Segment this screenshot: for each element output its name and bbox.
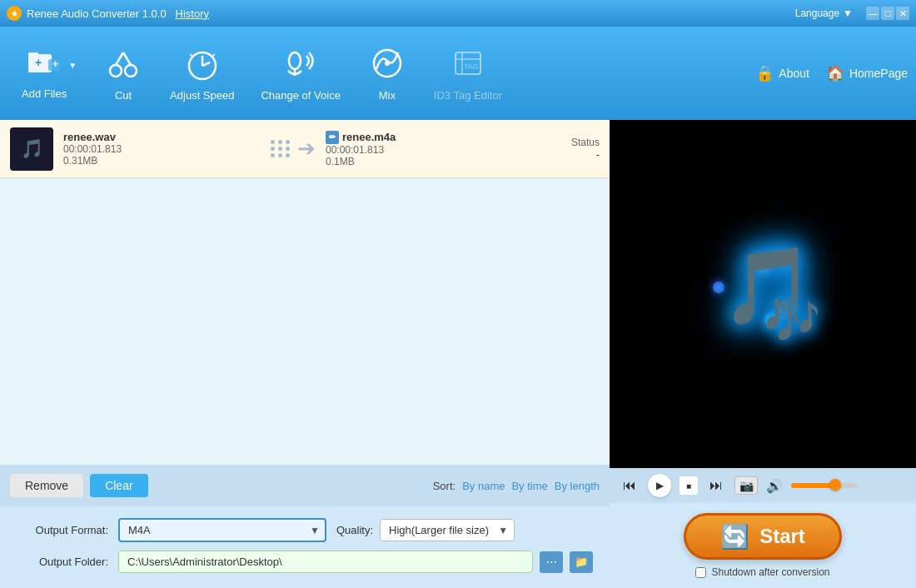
skip-forward-button[interactable]: ⏭ [706,476,726,495]
file-output-info: ✏ renee.m4a 00:00:01.813 0.1MB [326,131,523,167]
app-logo: ★ [7,6,22,21]
preview-area: 🎵 🎶 [610,120,916,468]
sort-area: Sort: By name By time By length [433,480,600,492]
start-section: 🔄 Start Shutdown after conversion [610,503,916,588]
minimize-button[interactable]: — [866,7,879,20]
remove-button[interactable]: Remove [10,474,83,497]
window-controls[interactable]: — □ ✕ [866,7,909,20]
mix-icon [368,46,406,86]
sort-by-name[interactable]: By name [462,480,505,492]
shutdown-label: Shutdown after conversion [711,566,829,578]
sort-by-length[interactable]: By length [555,480,600,492]
adjust-speed-icon [183,46,222,86]
titlebar: ★ Renee Audio Converter 1.0.0 History La… [0,0,916,27]
bottom-settings: Output Format: M4A MP3 WAV AAC OGG FLAC … [0,506,610,581]
source-filename: renee.wav [63,131,261,143]
table-row: 🎵 renee.wav 00:00:01.813 0.31MB ➔ [0,120,610,178]
start-label: Start [759,525,805,548]
svg-point-5 [110,65,122,77]
about-button[interactable]: 🔒 About [755,64,809,82]
language-button[interactable]: Language ▼ [795,7,853,19]
arrow-dots [271,140,291,157]
play-button[interactable]: ▶ [648,474,671,497]
cut-icon [106,46,141,86]
output-size: 0.1MB [326,156,523,167]
svg-point-17 [385,61,390,66]
music-note-visual: 🎵 🎶 [704,240,821,348]
start-button[interactable]: 🔄 Start [684,513,842,560]
output-filename: renee.m4a [342,131,396,143]
start-icon: 🔄 [720,523,749,551]
output-folder-input[interactable] [118,551,533,573]
skip-back-button[interactable]: ⏮ [620,476,640,495]
quality-label: Quality: [336,524,373,536]
mix-button[interactable]: Mix [354,27,421,120]
bottom-settings-area: Output Format: M4A MP3 WAV AAC OGG FLAC … [0,506,610,588]
about-icon: 🔒 [755,64,774,82]
edit-filename-button[interactable]: ✏ [326,131,339,144]
output-format-label: Output Format: [17,524,108,536]
id3-tag-editor-button[interactable]: TAG ID3 Tag Editor [421,27,515,120]
main-area: 🎵 renee.wav 00:00:01.813 0.31MB ➔ [0,120,916,588]
svg-text:TAG: TAG [464,62,479,71]
file-status: Status - [533,137,600,161]
browse-folder-button[interactable]: ⋯ [540,551,563,573]
output-format-row: Output Format: M4A MP3 WAV AAC OGG FLAC … [17,518,593,542]
source-size: 0.31MB [63,155,261,167]
toolbar-right: 🔒 About 🏠 HomePage [755,64,908,82]
volume-icon: 🔊 [766,478,783,494]
sort-by-time[interactable]: By time [511,480,547,492]
quality-wrap: Quality: High(Larger file size) Medium L… [336,519,515,541]
svg-line-13 [212,54,215,57]
cut-button[interactable]: Cut [90,27,157,120]
folder-input-row: ⋯ 📁 [118,551,593,573]
shutdown-checkbox[interactable] [695,567,706,578]
open-folder-button[interactable]: 📁 [570,551,593,573]
screenshot-button[interactable]: 📷 [734,476,758,495]
maximize-button[interactable]: □ [881,7,894,20]
format-select[interactable]: M4A MP3 WAV AAC OGG FLAC [118,518,326,542]
file-list: 🎵 renee.wav 00:00:01.813 0.31MB ➔ [0,120,610,465]
output-duration: 00:00:01.813 [326,144,523,156]
adjust-speed-button[interactable]: Adjust Speed [157,27,247,120]
app-title: Renee Audio Converter 1.0.0 History [27,7,795,20]
add-files-icon: + + [27,47,62,84]
file-source-info: renee.wav 00:00:01.813 0.31MB [63,131,261,167]
left-panel: 🎵 renee.wav 00:00:01.813 0.31MB ➔ [0,120,610,588]
clear-button[interactable]: Clear [90,474,147,497]
change-of-voice-icon [281,46,320,86]
source-duration: 00:00:01.813 [63,143,261,155]
music-note-small: 🎶 [764,294,821,348]
shutdown-row: Shutdown after conversion [695,566,829,578]
add-files-button[interactable]: + + Add Files ▼ [8,27,90,120]
output-filename-row: ✏ renee.m4a [326,131,523,144]
format-select-wrap: M4A MP3 WAV AAC OGG FLAC ▼ [118,518,326,542]
volume-knob[interactable] [829,479,841,491]
output-folder-label: Output Folder: [17,556,108,568]
close-button[interactable]: ✕ [896,7,909,20]
file-thumbnail: 🎵 [10,127,53,171]
home-icon: 🏠 [826,64,844,82]
stop-button[interactable]: ■ [680,476,698,495]
svg-line-7 [116,52,123,65]
quality-select[interactable]: High(Larger file size) Medium Low [380,519,515,541]
controls-bar: Remove Clear Sort: By name By time By le… [0,465,610,506]
svg-point-14 [289,52,301,69]
sort-label: Sort: [433,480,456,492]
conversion-arrow: ➔ [271,136,316,162]
homepage-button[interactable]: 🏠 HomePage [826,64,908,82]
svg-line-8 [123,52,131,65]
svg-line-11 [202,62,210,66]
right-panel: 🎵 🎶 ⏮ ▶ ■ ⏭ 📷 🔊 🔄 Start Shutdown af [610,120,916,588]
svg-text:+: + [35,56,42,69]
svg-text:+: + [52,58,58,70]
svg-point-6 [125,65,137,77]
change-of-voice-button[interactable]: Change of Voice [247,27,353,120]
id3-tag-icon: TAG [449,46,487,86]
toolbar: + + Add Files ▼ Cut [0,27,916,120]
volume-slider[interactable] [791,483,858,488]
playback-controls: ⏮ ▶ ■ ⏭ 📷 🔊 [610,468,916,503]
svg-line-12 [190,54,193,57]
output-folder-row: Output Folder: ⋯ 📁 [17,551,593,573]
